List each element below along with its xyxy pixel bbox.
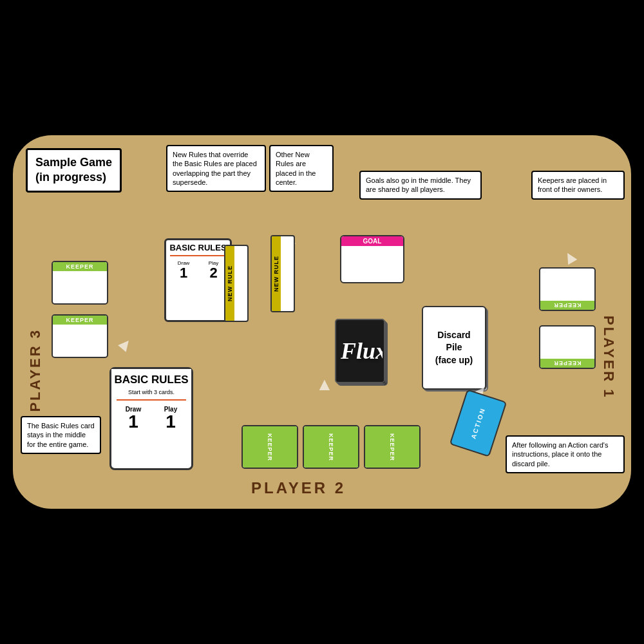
p2-keeper3: KEEPER xyxy=(364,425,421,469)
title-line2: (in progress) xyxy=(35,170,112,185)
action-card: ACTION xyxy=(450,389,507,457)
basic-rules-large-subtitle: Start with 3 cards. xyxy=(111,388,191,397)
p1-keeper1: KEEPER xyxy=(539,267,596,311)
new-rule-center: NEW RULE xyxy=(270,235,295,312)
p1-keeper2: KEEPER xyxy=(539,325,596,369)
player2-label: PLAYER 2 xyxy=(251,479,346,497)
goal-card: GOAL xyxy=(340,235,404,283)
player1-label: PLAYER 1 xyxy=(600,316,617,399)
callout-basic-rules-middle: The Basic Rules card stays in the middle… xyxy=(21,416,101,454)
callout-goals-middle: Goals also go in the middle. They are sh… xyxy=(359,171,482,200)
callout-action-discard: After following an Action card's instruc… xyxy=(506,435,625,473)
arrow-p3-keepers: ▼ xyxy=(111,332,138,359)
discard-pile: Discard Pile (face up) xyxy=(422,306,486,390)
basic-rules-large: BASIC RULES Start with 3 cards. Draw 1 P… xyxy=(109,367,193,470)
basic-rules-small-title: BASIC RULES xyxy=(166,240,230,253)
title-line1: Sample Game xyxy=(35,155,112,170)
callout-keepers-front: Keepers are placed in front of their own… xyxy=(531,171,625,200)
basic-rules-large-title: BASIC RULES xyxy=(111,369,191,388)
p3-keeper1: KEEPER xyxy=(52,261,108,305)
callout-other-new-rules: Other New Rules are placed in the center… xyxy=(269,145,334,192)
arrow-p2-keepers: ▼ xyxy=(316,375,334,396)
callout-new-rules-override: New Rules that override the Basic Rules … xyxy=(166,145,266,192)
fluxx-logo: Fluxx xyxy=(337,333,383,370)
p3-keeper2: KEEPER xyxy=(52,314,108,358)
title-box: Sample Game (in progress) xyxy=(26,148,122,193)
p2-keeper2: KEEPER xyxy=(303,425,359,469)
fluxx-deck: Fluxx xyxy=(335,319,385,383)
game-board: Sample Game (in progress) New Rules that… xyxy=(13,135,631,509)
discard-label: Discard Pile (face up) xyxy=(435,329,473,367)
p2-keeper1: KEEPER xyxy=(242,425,298,469)
player3-label: PLAYER 3 xyxy=(27,328,44,412)
basic-rules-small: BASIC RULES Draw 1 Play 2 xyxy=(164,238,232,322)
new-rule-overlap: NEW RULE xyxy=(224,245,249,322)
svg-text:Fluxx: Fluxx xyxy=(340,338,383,364)
